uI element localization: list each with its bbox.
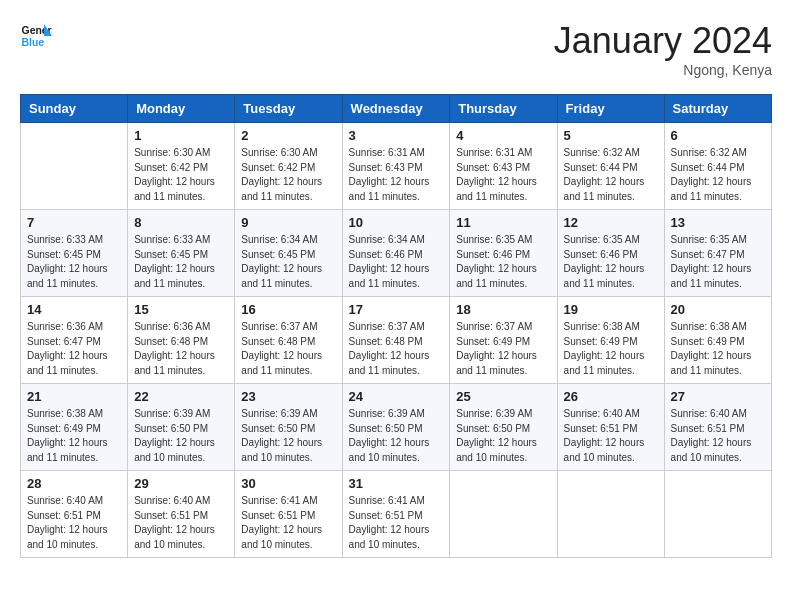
calendar-header-row: SundayMondayTuesdayWednesdayThursdayFrid… [21,95,772,123]
calendar-cell: 10Sunrise: 6:34 AM Sunset: 6:46 PM Dayli… [342,210,450,297]
day-info: Sunrise: 6:39 AM Sunset: 6:50 PM Dayligh… [134,407,228,465]
day-number: 21 [27,389,121,404]
calendar-cell: 9Sunrise: 6:34 AM Sunset: 6:45 PM Daylig… [235,210,342,297]
calendar-cell: 30Sunrise: 6:41 AM Sunset: 6:51 PM Dayli… [235,471,342,558]
day-number: 3 [349,128,444,143]
day-header-saturday: Saturday [664,95,771,123]
calendar-week-5: 28Sunrise: 6:40 AM Sunset: 6:51 PM Dayli… [21,471,772,558]
calendar-cell: 27Sunrise: 6:40 AM Sunset: 6:51 PM Dayli… [664,384,771,471]
day-number: 4 [456,128,550,143]
day-header-tuesday: Tuesday [235,95,342,123]
calendar-table: SundayMondayTuesdayWednesdayThursdayFrid… [20,94,772,558]
day-number: 5 [564,128,658,143]
day-info: Sunrise: 6:35 AM Sunset: 6:46 PM Dayligh… [564,233,658,291]
day-info: Sunrise: 6:41 AM Sunset: 6:51 PM Dayligh… [349,494,444,552]
calendar-cell: 21Sunrise: 6:38 AM Sunset: 6:49 PM Dayli… [21,384,128,471]
day-info: Sunrise: 6:36 AM Sunset: 6:48 PM Dayligh… [134,320,228,378]
calendar-cell: 20Sunrise: 6:38 AM Sunset: 6:49 PM Dayli… [664,297,771,384]
day-info: Sunrise: 6:39 AM Sunset: 6:50 PM Dayligh… [456,407,550,465]
day-number: 22 [134,389,228,404]
day-number: 28 [27,476,121,491]
calendar-cell: 24Sunrise: 6:39 AM Sunset: 6:50 PM Dayli… [342,384,450,471]
calendar-cell: 5Sunrise: 6:32 AM Sunset: 6:44 PM Daylig… [557,123,664,210]
day-info: Sunrise: 6:35 AM Sunset: 6:47 PM Dayligh… [671,233,765,291]
title-block: January 2024 Ngong, Kenya [554,20,772,78]
day-header-sunday: Sunday [21,95,128,123]
day-number: 15 [134,302,228,317]
day-info: Sunrise: 6:40 AM Sunset: 6:51 PM Dayligh… [134,494,228,552]
day-info: Sunrise: 6:37 AM Sunset: 6:48 PM Dayligh… [349,320,444,378]
location: Ngong, Kenya [554,62,772,78]
calendar-cell: 13Sunrise: 6:35 AM Sunset: 6:47 PM Dayli… [664,210,771,297]
calendar-cell [450,471,557,558]
calendar-week-4: 21Sunrise: 6:38 AM Sunset: 6:49 PM Dayli… [21,384,772,471]
calendar-cell: 23Sunrise: 6:39 AM Sunset: 6:50 PM Dayli… [235,384,342,471]
day-header-thursday: Thursday [450,95,557,123]
calendar-cell: 4Sunrise: 6:31 AM Sunset: 6:43 PM Daylig… [450,123,557,210]
day-info: Sunrise: 6:37 AM Sunset: 6:49 PM Dayligh… [456,320,550,378]
calendar-cell: 22Sunrise: 6:39 AM Sunset: 6:50 PM Dayli… [128,384,235,471]
day-info: Sunrise: 6:38 AM Sunset: 6:49 PM Dayligh… [564,320,658,378]
day-header-monday: Monday [128,95,235,123]
day-info: Sunrise: 6:32 AM Sunset: 6:44 PM Dayligh… [564,146,658,204]
day-number: 6 [671,128,765,143]
calendar-cell: 7Sunrise: 6:33 AM Sunset: 6:45 PM Daylig… [21,210,128,297]
calendar-cell: 19Sunrise: 6:38 AM Sunset: 6:49 PM Dayli… [557,297,664,384]
logo-icon: General Blue [20,20,52,52]
calendar-cell: 28Sunrise: 6:40 AM Sunset: 6:51 PM Dayli… [21,471,128,558]
calendar-cell: 8Sunrise: 6:33 AM Sunset: 6:45 PM Daylig… [128,210,235,297]
svg-text:Blue: Blue [22,37,45,48]
month-title: January 2024 [554,20,772,62]
day-header-wednesday: Wednesday [342,95,450,123]
day-info: Sunrise: 6:36 AM Sunset: 6:47 PM Dayligh… [27,320,121,378]
day-info: Sunrise: 6:32 AM Sunset: 6:44 PM Dayligh… [671,146,765,204]
calendar-cell: 2Sunrise: 6:30 AM Sunset: 6:42 PM Daylig… [235,123,342,210]
day-info: Sunrise: 6:35 AM Sunset: 6:46 PM Dayligh… [456,233,550,291]
day-number: 9 [241,215,335,230]
day-number: 31 [349,476,444,491]
day-number: 23 [241,389,335,404]
day-number: 30 [241,476,335,491]
day-info: Sunrise: 6:31 AM Sunset: 6:43 PM Dayligh… [349,146,444,204]
day-info: Sunrise: 6:33 AM Sunset: 6:45 PM Dayligh… [27,233,121,291]
day-number: 27 [671,389,765,404]
calendar-cell: 11Sunrise: 6:35 AM Sunset: 6:46 PM Dayli… [450,210,557,297]
day-number: 11 [456,215,550,230]
calendar-week-1: 1Sunrise: 6:30 AM Sunset: 6:42 PM Daylig… [21,123,772,210]
day-number: 7 [27,215,121,230]
day-info: Sunrise: 6:37 AM Sunset: 6:48 PM Dayligh… [241,320,335,378]
calendar-week-2: 7Sunrise: 6:33 AM Sunset: 6:45 PM Daylig… [21,210,772,297]
day-number: 13 [671,215,765,230]
day-info: Sunrise: 6:34 AM Sunset: 6:45 PM Dayligh… [241,233,335,291]
day-number: 12 [564,215,658,230]
day-info: Sunrise: 6:40 AM Sunset: 6:51 PM Dayligh… [671,407,765,465]
day-info: Sunrise: 6:39 AM Sunset: 6:50 PM Dayligh… [349,407,444,465]
day-number: 14 [27,302,121,317]
calendar-week-3: 14Sunrise: 6:36 AM Sunset: 6:47 PM Dayli… [21,297,772,384]
day-info: Sunrise: 6:30 AM Sunset: 6:42 PM Dayligh… [134,146,228,204]
day-number: 19 [564,302,658,317]
calendar-cell [557,471,664,558]
day-info: Sunrise: 6:40 AM Sunset: 6:51 PM Dayligh… [564,407,658,465]
calendar-cell: 6Sunrise: 6:32 AM Sunset: 6:44 PM Daylig… [664,123,771,210]
day-info: Sunrise: 6:38 AM Sunset: 6:49 PM Dayligh… [671,320,765,378]
day-info: Sunrise: 6:31 AM Sunset: 6:43 PM Dayligh… [456,146,550,204]
day-number: 17 [349,302,444,317]
day-number: 26 [564,389,658,404]
day-info: Sunrise: 6:30 AM Sunset: 6:42 PM Dayligh… [241,146,335,204]
day-header-friday: Friday [557,95,664,123]
day-number: 24 [349,389,444,404]
calendar-cell: 16Sunrise: 6:37 AM Sunset: 6:48 PM Dayli… [235,297,342,384]
page-header: General Blue January 2024 Ngong, Kenya [20,20,772,78]
day-number: 29 [134,476,228,491]
day-number: 16 [241,302,335,317]
day-info: Sunrise: 6:38 AM Sunset: 6:49 PM Dayligh… [27,407,121,465]
day-info: Sunrise: 6:33 AM Sunset: 6:45 PM Dayligh… [134,233,228,291]
calendar-cell: 18Sunrise: 6:37 AM Sunset: 6:49 PM Dayli… [450,297,557,384]
logo: General Blue [20,20,52,52]
calendar-cell: 14Sunrise: 6:36 AM Sunset: 6:47 PM Dayli… [21,297,128,384]
day-number: 18 [456,302,550,317]
day-info: Sunrise: 6:40 AM Sunset: 6:51 PM Dayligh… [27,494,121,552]
calendar-cell: 26Sunrise: 6:40 AM Sunset: 6:51 PM Dayli… [557,384,664,471]
day-number: 2 [241,128,335,143]
